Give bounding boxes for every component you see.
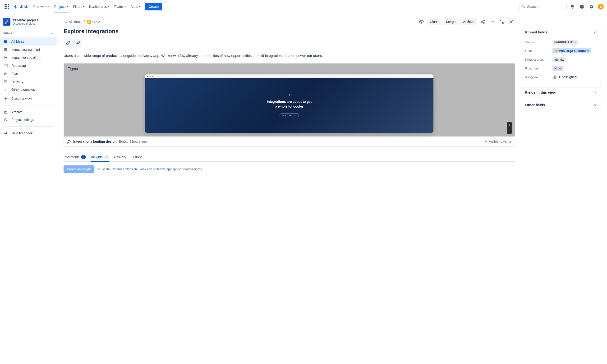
sidebar: 🚀 Creative project Discovery project VIE… <box>0 13 57 364</box>
tab-comments[interactable]: Comments 2 <box>64 153 86 161</box>
nav-filters[interactable]: Filters▾ <box>71 0 87 13</box>
pinned-fields-header[interactable]: Pinned fields <box>522 27 601 37</box>
area-value[interactable]: Identity <box>553 57 566 62</box>
issue-title[interactable]: Explore integrations <box>64 28 515 35</box>
nav-dashboards[interactable]: Dashboards▾ <box>87 0 111 13</box>
assignee-value[interactable]: Unassigned <box>553 75 597 79</box>
sidebar-archive[interactable]: Archive <box>0 108 57 116</box>
svg-point-15 <box>4 49 4 50</box>
watch-icon[interactable] <box>418 18 425 26</box>
notifications-icon[interactable] <box>568 3 576 11</box>
sidebar-item-impact-effort[interactable]: Impact versus effort <box>0 53 57 62</box>
sidebar-item-label: Archive <box>11 110 23 114</box>
goal-value[interactable]: 🤝 Win large customers <box>553 48 591 53</box>
sidebar-item-label: Other examples <box>11 88 35 91</box>
board-icon <box>3 64 8 68</box>
archive-icon <box>3 110 8 114</box>
svg-line-1 <box>524 7 525 8</box>
tab-insights[interactable]: Insights 8 <box>91 153 109 161</box>
svg-point-55 <box>554 76 555 77</box>
project-header[interactable]: 🚀 Creative project Discovery project <box>0 16 57 29</box>
sidebar-item-other-examples[interactable]: Other examples <box>0 86 57 93</box>
figma-mockup[interactable]: ✦ Integrations are about to get a whole … <box>145 74 434 133</box>
tab-history[interactable]: History <box>131 153 142 161</box>
timeline-icon <box>3 72 8 76</box>
breadcrumb-separator: / <box>84 20 85 24</box>
svg-point-45 <box>490 21 491 22</box>
sidebar-item-label: Delivery <box>11 80 24 84</box>
sidebar-project-settings[interactable]: Project settings <box>0 116 57 123</box>
teams-app-link[interactable]: Teams app <box>157 167 172 171</box>
close-icon[interactable] <box>507 18 515 26</box>
figma-label: Figma <box>67 67 78 71</box>
archive-button[interactable]: Archive <box>460 18 477 25</box>
sidebar-create-view[interactable]: Create a view <box>0 95 57 102</box>
chevron-down-icon: ▾ <box>108 5 109 8</box>
sidebar-item-label: Create a view <box>11 97 32 101</box>
hero-cta: GET STARTED <box>279 113 299 117</box>
sidebar-give-feedback[interactable]: Give feedback <box>0 130 57 137</box>
other-fields-header[interactable]: Other fields <box>522 100 601 110</box>
create-button[interactable]: Create <box>145 3 162 11</box>
app-switcher-icon[interactable] <box>3 3 11 11</box>
insights-count-badge: 8 <box>104 155 109 159</box>
nav-apps[interactable]: Apps▾ <box>128 0 143 13</box>
search-box[interactable] <box>519 3 567 10</box>
figma-file-name[interactable]: Integrations landing design <box>73 140 117 143</box>
svg-point-10 <box>4 42 4 43</box>
fields-in-view-header[interactable]: Fields in this view <box>522 88 601 97</box>
create-insight-button[interactable]: Create an insight <box>64 165 94 173</box>
jira-logo[interactable]: Jira <box>13 4 27 10</box>
paperclip-icon <box>66 41 70 46</box>
breadcrumb-all-ideas[interactable]: All Ideas <box>64 20 81 24</box>
idea-type-icon: ◉ <box>87 20 91 24</box>
sidebar-item-all-ideas[interactable]: All Ideas <box>0 38 57 46</box>
sidebar-item-delivery[interactable]: Delivery <box>0 78 57 86</box>
chevron-down-icon <box>594 103 597 107</box>
issue-description[interactable]: Users use a wide range of products along… <box>64 53 515 59</box>
chevron-down-icon: ▾ <box>139 5 140 8</box>
plus-icon <box>3 97 8 101</box>
project-name: Creative project <box>13 18 38 22</box>
assignee-label: Assignee <box>525 75 553 79</box>
tab-delivery[interactable]: Delivery <box>114 153 126 161</box>
hero-line2: a whole lot cooler <box>275 104 303 109</box>
search-input[interactable] <box>527 5 564 9</box>
sidebar-item-roadmap[interactable]: Roadmap <box>0 62 57 70</box>
share-icon[interactable] <box>479 18 487 26</box>
sidebar-item-label: Impact versus effort <box>11 56 40 60</box>
sidebar-item-plan[interactable]: Plan <box>0 70 57 78</box>
attach-link-button[interactable] <box>74 39 82 47</box>
nav-your-work[interactable]: Your work▾ <box>30 0 52 13</box>
zoom-out-button[interactable]: − <box>507 128 512 134</box>
svg-rect-53 <box>485 141 487 143</box>
zoom-in-button[interactable]: + <box>507 122 512 128</box>
megaphone-icon <box>3 131 8 135</box>
chevron-up-icon <box>594 30 597 34</box>
slack-app-link[interactable]: Slack app <box>138 167 152 171</box>
chevron-down-icon: ▾ <box>48 5 50 8</box>
svg-point-28 <box>4 83 4 83</box>
sparkle-icon: ✦ <box>288 93 290 97</box>
nav-projects[interactable]: Projects▾ <box>52 0 71 13</box>
merge-button[interactable]: Merge <box>443 18 459 25</box>
figma-visibility: Visible to Acme <box>489 140 512 143</box>
nav-teams[interactable]: Teams▾ <box>111 0 128 13</box>
breadcrumb-issue-key[interactable]: ◉ CP-2 <box>87 20 100 24</box>
chrome-extension-link[interactable]: Chrome Extension <box>111 167 137 171</box>
clone-button[interactable]: Clone <box>427 18 441 25</box>
help-icon[interactable]: ? <box>578 3 586 11</box>
settings-icon[interactable] <box>588 3 595 11</box>
status-value[interactable]: PARKING LOT ▾ <box>553 40 578 45</box>
svg-point-26 <box>4 80 4 81</box>
collapse-icon[interactable] <box>498 18 505 26</box>
svg-point-0 <box>522 5 524 7</box>
insight-hint: or use the Chrome Extension, Slack app o… <box>97 167 202 171</box>
sidebar-item-label: Roadmap <box>11 64 26 67</box>
add-view-icon[interactable]: + <box>51 31 53 36</box>
attach-file-button[interactable] <box>64 39 72 47</box>
roadmap-value[interactable]: Now <box>553 66 563 71</box>
more-icon[interactable] <box>488 18 496 26</box>
sidebar-item-impact-assessment[interactable]: Impact assessment <box>0 46 57 53</box>
user-avatar[interactable] <box>597 3 604 10</box>
